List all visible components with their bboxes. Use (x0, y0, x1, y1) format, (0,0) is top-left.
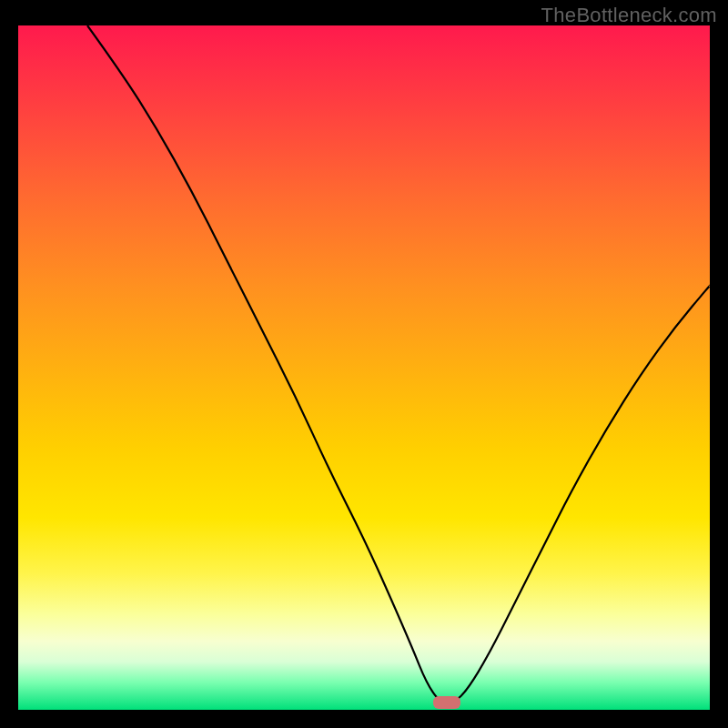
curve-svg (18, 25, 710, 710)
watermark-text: TheBottleneck.com (541, 4, 717, 27)
bottleneck-curve (87, 25, 710, 703)
optimal-point-marker (433, 696, 460, 709)
chart-frame: TheBottleneck.com (0, 0, 728, 728)
plot-area (18, 25, 710, 710)
